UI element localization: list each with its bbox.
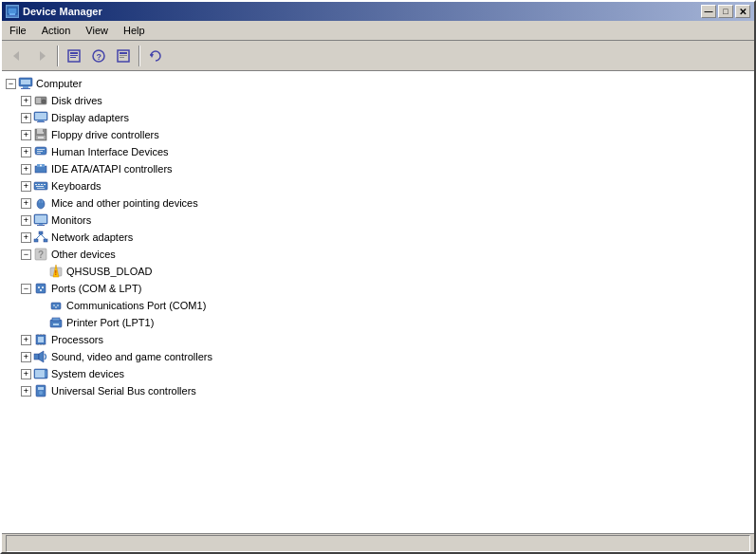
tree-item-sound[interactable]: + Sound, video and game controllers [2, 348, 754, 365]
tree-item-mice[interactable]: + Mice and other pointing devices [2, 194, 754, 212]
properties-button[interactable] [63, 45, 85, 67]
maximize-button[interactable]: □ [718, 5, 733, 18]
svg-rect-42 [41, 184, 43, 185]
svg-rect-8 [70, 57, 76, 58]
hid-icon [33, 144, 48, 159]
update-button[interactable] [112, 45, 135, 67]
expand-ide[interactable]: + [21, 164, 31, 175]
tree-item-disk[interactable]: + Disk drives [2, 92, 754, 109]
svg-rect-7 [70, 55, 78, 56]
menu-help[interactable]: Help [116, 23, 153, 38]
svg-point-68 [53, 305, 55, 306]
qhsusb-label: QHSUSB_DLOAD [66, 264, 152, 279]
tree-item-lpt1[interactable]: Printer Port (LPT1) [2, 314, 754, 331]
tree-item-display[interactable]: + Display adapters [2, 109, 754, 126]
svg-point-65 [42, 286, 44, 288]
computer-label: Computer [36, 76, 82, 91]
window-title: Device Manager [23, 6, 102, 17]
tree-item-hid[interactable]: + Human Interface Devices [2, 143, 754, 160]
svg-rect-26 [37, 121, 45, 122]
expand-ports[interactable]: − [21, 284, 31, 294]
back-button[interactable] [6, 45, 28, 67]
svg-rect-82 [34, 354, 39, 360]
svg-rect-55 [44, 239, 47, 242]
tree-item-other[interactable]: − ? Other devices [2, 246, 754, 263]
expand-processors[interactable]: + [21, 335, 31, 345]
ide-label: IDE ATA/ATAPI controllers [51, 161, 173, 176]
tree-root[interactable]: − Computer [2, 75, 754, 92]
expand-hid[interactable]: + [21, 147, 31, 157]
tree-item-ports[interactable]: − Ports (COM & LPT) [2, 280, 754, 297]
svg-rect-86 [46, 371, 46, 377]
svg-rect-14 [120, 57, 124, 58]
svg-rect-31 [38, 137, 44, 138]
display-label: Display adapters [51, 110, 129, 125]
expand-sound[interactable]: + [21, 352, 31, 362]
menu-action[interactable]: Action [34, 23, 79, 38]
expand-monitors[interactable]: + [21, 215, 31, 226]
system-icon [33, 366, 48, 381]
svg-rect-67 [51, 303, 61, 309]
expand-disk[interactable]: + [21, 96, 31, 106]
lpt1-label: Printer Port (LPT1) [66, 315, 154, 330]
expand-system[interactable]: + [21, 369, 31, 379]
svg-rect-53 [39, 231, 43, 234]
svg-text:?: ? [97, 52, 102, 62]
hid-label: Human Interface Devices [51, 144, 169, 159]
svg-marker-4 [40, 51, 46, 61]
expand-display[interactable]: + [21, 113, 31, 123]
tree-item-com1[interactable]: Communications Port (COM1) [2, 297, 754, 314]
ports-label: Ports (COM & LPT) [51, 281, 141, 296]
expand-floppy[interactable]: + [21, 130, 31, 140]
expand-mice[interactable]: + [21, 198, 31, 209]
usb-label: Universal Serial Bus controllers [51, 383, 196, 398]
usb-icon [33, 383, 48, 398]
svg-rect-1 [9, 13, 15, 15]
sound-label: Sound, video and game controllers [51, 349, 212, 364]
svg-rect-54 [34, 239, 38, 242]
disk-label: Disk drives [51, 93, 102, 108]
svg-rect-85 [35, 370, 45, 378]
help-button[interactable]: ? [87, 45, 110, 67]
expand-other[interactable]: − [21, 249, 31, 260]
tree-item-keyboard[interactable]: + Keyboards [2, 177, 754, 194]
svg-rect-35 [37, 153, 41, 154]
title-bar: Device Manager — □ ✕ [2, 2, 754, 21]
close-button[interactable]: ✕ [735, 5, 750, 18]
svg-rect-28 [37, 129, 44, 134]
svg-rect-24 [35, 113, 46, 120]
tree-item-network[interactable]: + Network adapters [2, 229, 754, 246]
expand-keyboard[interactable]: + [21, 181, 31, 192]
tree-item-floppy[interactable]: + Floppy drive controllers [2, 126, 754, 143]
svg-rect-18 [23, 86, 28, 88]
processors-label: Processors [51, 332, 103, 347]
display-icon [33, 110, 48, 125]
tree-view[interactable]: − Computer + [2, 71, 754, 533]
tree-item-ide[interactable]: + IDE ATA/ATAPI controllers [2, 160, 754, 177]
svg-rect-33 [37, 149, 45, 150]
menu-file[interactable]: File [2, 23, 34, 38]
menu-view[interactable]: View [78, 23, 116, 38]
svg-rect-2 [9, 15, 16, 16]
tree-item-qhsusb[interactable]: ! QHSUSB_DLOAD [2, 263, 754, 280]
status-bar [2, 533, 754, 552]
svg-rect-52 [37, 225, 45, 226]
tree-item-monitors[interactable]: + Monitors [2, 212, 754, 229]
title-bar-left: Device Manager [6, 5, 102, 18]
svg-rect-36 [35, 166, 46, 173]
toolbar-separator-1 [57, 46, 59, 66]
monitors-label: Monitors [51, 212, 91, 228]
forward-button[interactable] [30, 45, 53, 67]
svg-rect-29 [43, 129, 45, 132]
network-icon [33, 230, 48, 245]
expand-usb[interactable]: + [21, 386, 31, 397]
refresh-button[interactable] [144, 45, 167, 67]
svg-line-56 [36, 234, 41, 239]
tree-item-system[interactable]: + System devices [2, 365, 754, 382]
keyboard-label: Keyboards [51, 178, 101, 194]
expand-network[interactable]: + [21, 232, 31, 243]
tree-item-processors[interactable]: + Processors [2, 331, 754, 348]
expand-root[interactable]: − [6, 79, 16, 89]
tree-item-usb[interactable]: + Universal Serial Bus controllers [2, 382, 754, 399]
minimize-button[interactable]: — [701, 5, 716, 18]
